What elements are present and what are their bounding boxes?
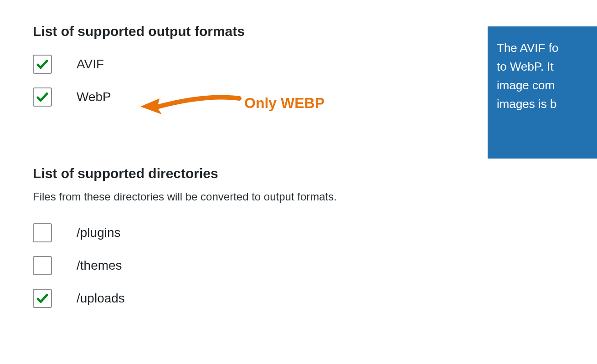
directory-label-uploads: /uploads xyxy=(77,291,125,306)
info-line: image com xyxy=(497,77,588,94)
directory-label-themes: /themes xyxy=(77,258,122,273)
checkbox-themes[interactable] xyxy=(33,256,52,275)
check-icon xyxy=(36,90,49,104)
checkbox-avif[interactable] xyxy=(33,55,52,74)
directories-heading: List of supported directories xyxy=(33,166,597,181)
check-icon xyxy=(36,292,49,305)
directory-option-uploads: /uploads xyxy=(33,289,597,308)
info-sidebar-box: The AVIF fo to WebP. It image com images… xyxy=(488,26,597,159)
directory-option-plugins: /plugins xyxy=(33,223,597,242)
directory-option-themes: /themes xyxy=(33,256,597,275)
checkbox-uploads[interactable] xyxy=(33,289,52,308)
format-label-avif: AVIF xyxy=(77,57,104,72)
checkbox-plugins[interactable] xyxy=(33,223,52,242)
check-icon xyxy=(36,57,49,71)
info-line: images is b xyxy=(497,95,588,113)
format-label-webp: WebP xyxy=(77,90,111,104)
info-line: The AVIF fo xyxy=(497,39,588,57)
checkbox-webp[interactable] xyxy=(33,87,52,107)
info-line: to WebP. It xyxy=(497,58,588,76)
directory-label-plugins: /plugins xyxy=(77,226,121,240)
directories-description: Files from these directories will be con… xyxy=(33,190,597,203)
